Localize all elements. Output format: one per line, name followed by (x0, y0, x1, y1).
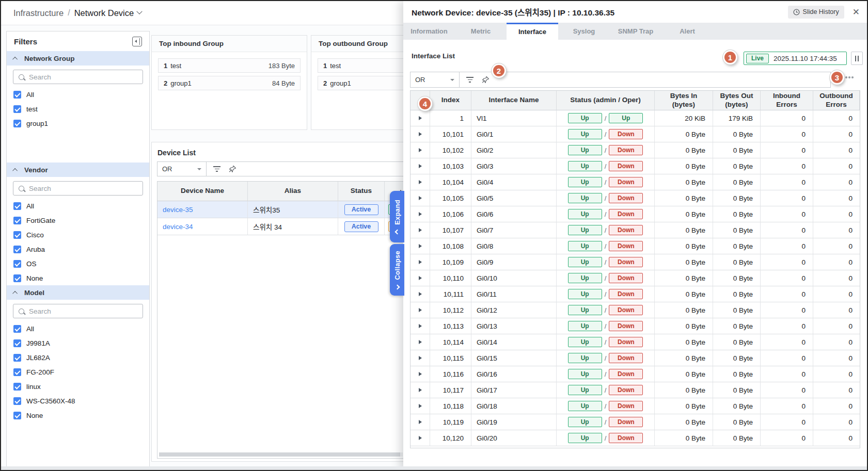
filter-checkbox-item[interactable]: FortiGate (7, 213, 149, 228)
expand-tab[interactable]: Expand (390, 191, 404, 242)
col-alias[interactable]: Alias (248, 182, 338, 201)
checkbox-checked-icon[interactable] (13, 231, 21, 239)
filter-checkbox-item[interactable]: test (7, 102, 149, 116)
filter-checkbox-item[interactable]: None (7, 271, 149, 285)
pause-button[interactable] (851, 52, 863, 65)
checkbox-checked-icon[interactable] (13, 274, 21, 282)
detail-tab[interactable]: Information (403, 23, 455, 40)
more-menu-icon[interactable] (845, 76, 854, 78)
filter-checkbox-item[interactable]: All (7, 199, 149, 213)
row-expand-icon[interactable] (419, 404, 422, 408)
filter-checkbox-item[interactable]: OS (7, 256, 149, 271)
outbound-rank-item[interactable]: 1test (318, 58, 403, 73)
checkbox-checked-icon[interactable] (13, 383, 21, 391)
filter-checkbox-item[interactable]: JL682A (7, 350, 149, 365)
checkbox-checked-icon[interactable] (13, 246, 21, 253)
row-expand-icon[interactable] (419, 356, 422, 360)
inbound-rank-item[interactable]: 1test 183 Byte (158, 58, 301, 73)
device-status-badge[interactable]: Active (344, 204, 378, 215)
device-status-badge[interactable]: Active (344, 221, 378, 232)
checkbox-checked-icon[interactable] (13, 325, 21, 333)
checkbox-checked-icon[interactable] (13, 354, 21, 362)
row-expand-icon[interactable] (419, 244, 422, 248)
checkbox-checked-icon[interactable] (13, 91, 21, 99)
interface-column-header[interactable]: Status (admin / Oper) (557, 91, 655, 110)
operator-dropdown[interactable]: OR (157, 162, 207, 176)
row-expand-icon[interactable] (419, 388, 422, 392)
row-expand-icon[interactable] (419, 180, 422, 184)
horizontal-scrollbar[interactable] (159, 452, 403, 457)
vendor-search-input[interactable] (29, 185, 138, 192)
device-name-link[interactable]: device-34 (157, 223, 193, 231)
row-expand-icon[interactable] (419, 276, 422, 280)
operator-dropdown[interactable]: OR (411, 72, 460, 87)
live-time-control[interactable]: Live 2025.11.10 17:44:35 (744, 52, 847, 65)
model-search-input[interactable] (29, 307, 138, 315)
detail-tab[interactable]: Syslog (558, 23, 610, 40)
breadcrumb-page-dropdown[interactable]: Network Device (74, 8, 142, 18)
network-group-search-input[interactable] (29, 73, 138, 81)
filter-group-header-vendor[interactable]: Vendor (7, 163, 149, 177)
row-expand-icon[interactable] (419, 324, 422, 328)
checkbox-checked-icon[interactable] (13, 217, 21, 224)
interface-column-header[interactable]: Bytes In(bytes) (655, 91, 713, 110)
filter-checkbox-item[interactable]: None (7, 408, 149, 423)
filter-checkbox-item[interactable]: WS-C3560X-48 (7, 394, 149, 408)
checkbox-checked-icon[interactable] (13, 339, 21, 347)
row-expand-icon[interactable] (419, 148, 422, 152)
checkbox-checked-icon[interactable] (13, 397, 21, 405)
interface-column-header[interactable]: InboundErrors (761, 91, 813, 110)
row-expand-icon[interactable] (419, 372, 422, 376)
filter-checkbox-item[interactable]: All (7, 321, 149, 336)
slide-history-button[interactable]: Slide History (788, 6, 844, 19)
filter-checkbox-item[interactable]: J9981A (7, 336, 149, 350)
filter-checkbox-item[interactable]: FG-200F (7, 365, 149, 379)
row-expand-icon[interactable] (419, 132, 422, 136)
checkbox-checked-icon[interactable] (13, 412, 21, 419)
interface-column-header[interactable]: Bytes Out(bytes) (713, 91, 761, 110)
filter-group-header-network-group[interactable]: Network Group (7, 51, 149, 66)
checkbox-checked-icon[interactable] (13, 368, 21, 376)
checkbox-checked-icon[interactable] (13, 202, 21, 210)
checkbox-checked-icon[interactable] (13, 120, 21, 127)
detail-tab[interactable]: Alert (661, 23, 713, 40)
row-expand-icon[interactable] (419, 436, 422, 440)
filter-group-header-model[interactable]: Model (7, 285, 149, 300)
filter-checkbox-item[interactable]: Aruba (7, 242, 149, 256)
breadcrumb-section[interactable]: Infrastructure (13, 8, 64, 18)
row-expand-icon[interactable] (419, 228, 422, 232)
checkbox-checked-icon[interactable] (13, 260, 21, 268)
inbound-rank-item[interactable]: 2group1 84 Byte (158, 76, 301, 90)
device-name-link[interactable]: device-35 (157, 206, 193, 214)
filter-icon[interactable] (213, 166, 220, 171)
row-expand-icon[interactable] (419, 260, 422, 264)
interface-column-header[interactable]: Index (430, 91, 471, 110)
row-expand-icon[interactable] (419, 116, 422, 120)
row-expand-icon[interactable] (419, 308, 422, 312)
filter-checkbox-item[interactable]: group1 (7, 116, 149, 131)
row-expand-icon[interactable] (419, 292, 422, 296)
detail-tab[interactable]: Interface (507, 23, 558, 40)
row-expand-icon[interactable] (419, 340, 422, 344)
checkbox-checked-icon[interactable] (13, 105, 21, 113)
row-expand-icon[interactable] (419, 196, 422, 200)
interface-column-header[interactable]: OutboundErrors (813, 91, 860, 110)
scrollbar-thumb[interactable] (159, 452, 400, 457)
filter-checkbox-item[interactable]: Cisco (7, 228, 149, 242)
filter-checkbox-item[interactable]: All (7, 87, 149, 102)
pin-icon[interactable] (482, 76, 490, 84)
col-status[interactable]: Status (338, 182, 385, 201)
outbound-rank-item[interactable]: 2group1 (318, 76, 403, 90)
row-expand-icon[interactable] (419, 420, 422, 424)
interface-column-header[interactable]: Interface Name (471, 91, 557, 110)
detail-tab[interactable]: Metric (455, 23, 507, 40)
row-expand-icon[interactable] (419, 164, 422, 168)
panel-collapse-icon[interactable] (132, 37, 142, 46)
close-icon[interactable]: ✕ (853, 8, 860, 17)
pin-icon[interactable] (229, 165, 236, 173)
row-expand-icon[interactable] (419, 212, 422, 216)
collapse-tab[interactable]: Collapse (390, 244, 404, 296)
col-device-name[interactable]: Device Name (157, 182, 248, 201)
filter-icon[interactable] (466, 77, 474, 82)
detail-tab[interactable]: SNMP Trap (610, 23, 661, 40)
